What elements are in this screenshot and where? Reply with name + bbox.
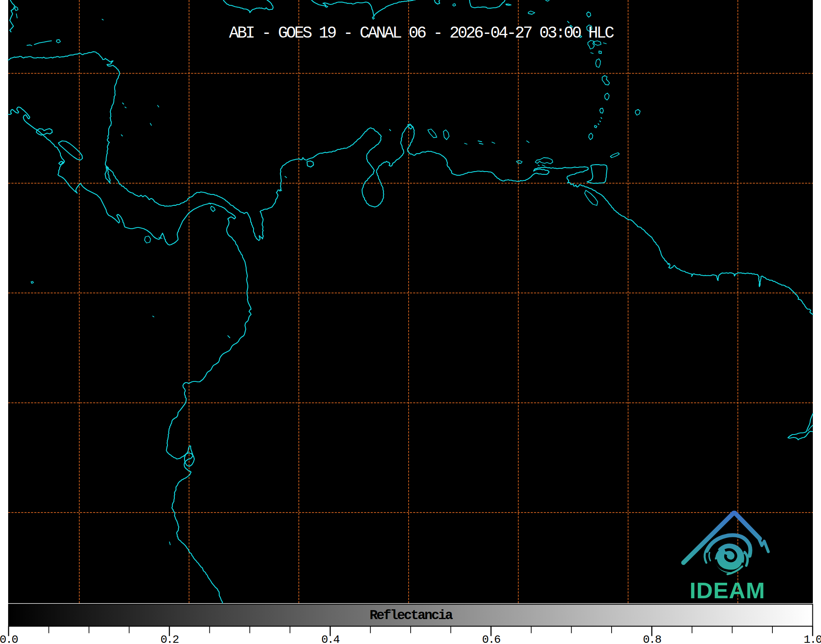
svg-text:Reflectancia: Reflectancia	[369, 608, 453, 623]
svg-text:IDEAM: IDEAM	[690, 577, 765, 603]
svg-text:0.8: 0.8	[643, 633, 661, 644]
svg-text:0.6: 0.6	[482, 633, 500, 644]
svg-text:ABI - GOES 19 - CANAL 06 - 202: ABI - GOES 19 - CANAL 06 - 2026-04-27 03…	[229, 24, 614, 42]
svg-text:1.0: 1.0	[804, 633, 821, 644]
svg-text:0.0: 0.0	[0, 633, 18, 644]
svg-text:0.4: 0.4	[321, 633, 340, 644]
svg-text:0.2: 0.2	[160, 633, 178, 644]
